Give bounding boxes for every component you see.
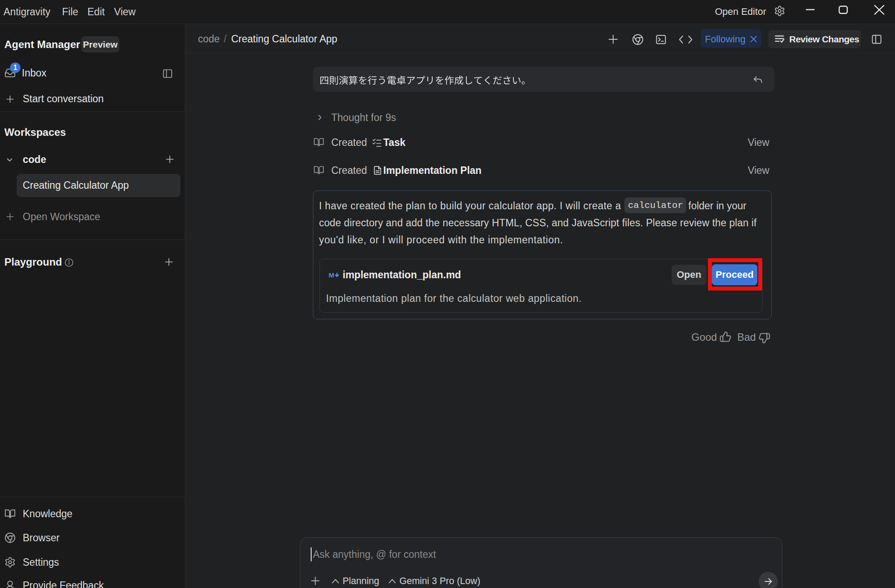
svg-text:M: M [329,271,334,279]
